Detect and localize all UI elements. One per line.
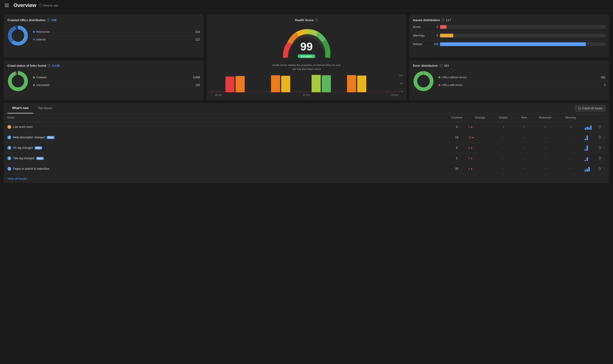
- row-help-icon[interactable]: ?: [599, 136, 601, 139]
- mini-bar: [586, 127, 588, 130]
- row-more-icon[interactable]: ⋮: [602, 146, 606, 150]
- uncrawled-dot: [33, 84, 35, 86]
- mini-bar-chart: [585, 124, 599, 130]
- issue-cell: i Meta description changed New: [7, 135, 445, 139]
- crawl-status-donut: [7, 71, 28, 91]
- health-gauge: 99 Excellent: [281, 27, 332, 60]
- row-actions: ? ⋮: [599, 167, 606, 171]
- error-dist-help-icon[interactable]: ?: [439, 64, 442, 67]
- svg-rect-11: [236, 76, 245, 92]
- crawled-urls-donut: [7, 25, 28, 46]
- mini-bar: [590, 126, 592, 130]
- row-help-icon[interactable]: ?: [599, 146, 601, 149]
- row-help-icon[interactable]: ?: [599, 157, 601, 160]
- svg-rect-16: [347, 75, 356, 92]
- warnings-bar-fill: [440, 34, 453, 38]
- crawled-urls-help-icon[interactable]: ?: [47, 19, 50, 22]
- top-grid: Crawled URLs distribution ? 336: [4, 15, 609, 100]
- table-header: Issue Crawled Change Added New Removed M…: [4, 114, 609, 122]
- mini-bar-chart: [585, 166, 599, 171]
- top-issues-tab[interactable]: Top issues: [33, 103, 57, 113]
- issues-dist-help-icon[interactable]: ?: [441, 19, 445, 22]
- mini-bar-chart: [585, 156, 599, 161]
- how-to-use-link[interactable]: ? How to use: [39, 4, 58, 7]
- error-dist-chart-section: URLs without errors 341 URLs with errors…: [413, 71, 606, 91]
- tabs-left: What's new Top issues: [7, 103, 57, 113]
- info-icon: i: [7, 167, 11, 171]
- row-help-icon[interactable]: ?: [599, 167, 601, 170]
- row-actions: ? ⋮: [599, 135, 606, 139]
- crawled-dot: [33, 77, 35, 78]
- issue-cell: ! Low word count: [7, 125, 445, 129]
- mini-bar-chart: [585, 135, 599, 140]
- health-chart-y-labels: 100 50 0: [399, 74, 403, 93]
- row-more-icon[interactable]: ⋮: [602, 135, 606, 139]
- menu-icon[interactable]: [5, 4, 9, 7]
- errors-bar-fill: [440, 25, 446, 29]
- row-help-icon[interactable]: ?: [599, 125, 601, 129]
- error-distribution-card: Error distribution ? 343 URLs w: [409, 60, 609, 100]
- mini-bar: [585, 128, 586, 130]
- row-more-icon[interactable]: ⋮: [602, 167, 606, 171]
- row-more-icon[interactable]: ⋮: [602, 156, 606, 160]
- error-dist-title: Error distribution ? 343: [413, 64, 606, 67]
- bottom-section: What's new Top issues Export all issues …: [4, 103, 609, 183]
- internal-dot: [33, 39, 35, 40]
- health-description: Health Score reflects the proportion of …: [272, 63, 341, 71]
- table-row: i Pages to submit to IndexNow 20 4 — — —…: [4, 164, 609, 174]
- crawl-status-chart-section: Crawled 5,009 Uncrawled 126: [7, 71, 200, 91]
- resources-legend-item: Resources 214: [33, 30, 200, 36]
- health-score-title: Health Score ?: [295, 18, 318, 22]
- with-errors-legend-item: URLs with errors 2: [439, 83, 606, 87]
- mini-bar-chart: [585, 145, 599, 151]
- table-row: i Title tag changed New 1 1 — — — — ? ⋮: [4, 153, 609, 164]
- crawl-status-card: Crawl status of links found ? 5,135: [4, 60, 204, 100]
- mini-bar: [585, 160, 586, 161]
- row-actions: ? ⋮: [599, 156, 606, 160]
- crawled-legend-item: Crawled 5,009: [33, 76, 200, 81]
- crawled-urls-chart-section: Resources 214 Internal 122: [7, 25, 200, 46]
- resources-dot: [33, 31, 35, 33]
- health-chart-labels: 20 Oct 23 Oct 23 Oct: [210, 93, 403, 96]
- notices-bar-track: [440, 42, 606, 46]
- svg-rect-14: [312, 75, 321, 92]
- arrow-up-icon: [471, 126, 473, 128]
- svg-line-22: [579, 108, 580, 109]
- crawl-status-help-icon[interactable]: ?: [47, 64, 51, 67]
- no-errors-legend-item: URLs without errors 341: [439, 76, 606, 81]
- export-all-issues-button[interactable]: Export all issues: [575, 105, 606, 112]
- with-errors-dot: [439, 84, 440, 86]
- svg-rect-12: [271, 75, 280, 92]
- errors-bar-row: Errors 4: [413, 25, 606, 29]
- errors-bar-track: [440, 25, 606, 29]
- help-icon: ?: [39, 4, 42, 7]
- crawled-urls-title: Crawled URLs distribution ? 336: [7, 18, 200, 22]
- health-score-help-icon[interactable]: ?: [315, 19, 318, 22]
- error-dist-donut: [413, 71, 434, 91]
- warnings-bar-row: Warnings 9: [413, 34, 606, 38]
- mini-bar: [588, 167, 590, 171]
- view-all-issues-link[interactable]: View all issues: [4, 174, 31, 183]
- arrow-up-icon: [471, 157, 473, 159]
- health-chart-container: 20 Oct 23 Oct 23 Oct 100 50 0: [210, 74, 403, 96]
- arrow-up-icon: [471, 147, 473, 149]
- svg-rect-10: [225, 77, 234, 92]
- issue-cell: i Title tag changed New: [7, 156, 445, 160]
- page-title: Overview: [13, 2, 36, 8]
- whats-new-tab[interactable]: What's new: [7, 103, 33, 113]
- arrow-up-icon: [471, 168, 473, 169]
- table-row: ! Low word count 3 1 1 0 0 0 ? ⋮: [4, 122, 609, 132]
- crawled-urls-legend: Resources 214 Internal 122: [33, 30, 200, 41]
- health-score-card: Health Score ? 99: [207, 15, 406, 100]
- issues-distribution-card: Issues distribution ? 117 Errors 4 Warni…: [409, 15, 609, 57]
- notices-bar-fill: [440, 42, 586, 46]
- health-chart-svg: [210, 74, 403, 93]
- issue-cell: i Pages to submit to IndexNow: [7, 167, 445, 171]
- notices-bar-row: Notices 104: [413, 42, 606, 46]
- mini-bar: [588, 127, 590, 130]
- app-header: Overview ? How to use: [0, 0, 613, 11]
- export-icon: [578, 107, 581, 110]
- row-actions: ? ⋮: [599, 125, 606, 129]
- row-more-icon[interactable]: ⋮: [602, 125, 606, 129]
- warnings-bar-track: [440, 34, 606, 38]
